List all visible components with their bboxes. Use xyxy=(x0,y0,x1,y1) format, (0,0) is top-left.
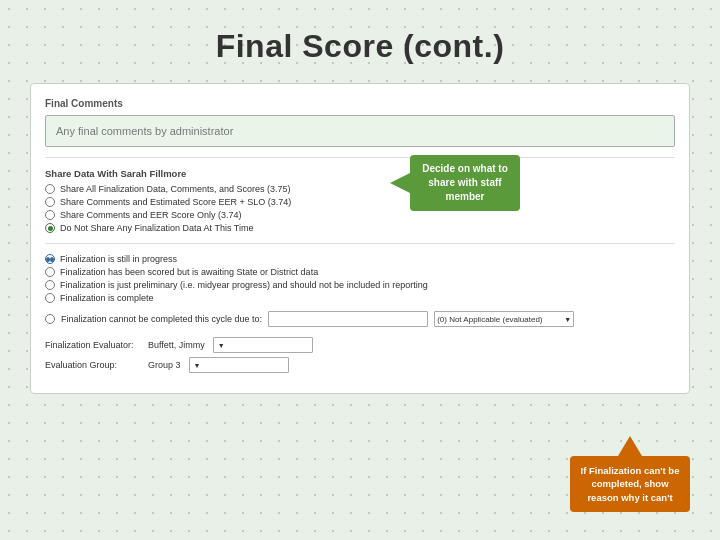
cannot-complete-label: Finalization cannot be completed this cy… xyxy=(61,314,262,324)
evaluator-label: Finalization Evaluator: xyxy=(45,340,140,350)
finalization-callout-text: If Finalization can't be completed, show… xyxy=(581,465,680,503)
share-callout: Decide on what to share with staff membe… xyxy=(410,155,520,211)
fin-option-0-label: Finalization is still in progress xyxy=(60,254,177,264)
fin-option-0[interactable]: Finalization is still in progress xyxy=(45,254,675,264)
share-option-3[interactable]: Do Not Share Any Finalization Data At Th… xyxy=(45,223,675,233)
fin-option-1-label: Finalization has been scored but is awai… xyxy=(60,267,318,277)
group-dropdown-arrow: ▼ xyxy=(194,362,201,369)
radio-1[interactable] xyxy=(45,197,55,207)
share-option-2-label: Share Comments and EER Score Only (3.74) xyxy=(60,210,242,220)
radio-3[interactable] xyxy=(45,223,55,233)
callout-share-arrow xyxy=(390,173,410,193)
dropdown-value: (0) Not Applicable (evaluated) xyxy=(437,315,542,324)
share-section-label: Share Data With Sarah Fillmore xyxy=(45,168,675,179)
radio-2[interactable] xyxy=(45,210,55,220)
share-option-0[interactable]: Share All Finalization Data, Comments, a… xyxy=(45,184,675,194)
radio-0[interactable] xyxy=(45,184,55,194)
cannot-complete-input[interactable] xyxy=(268,311,428,327)
main-card: Final Comments Any final comments by adm… xyxy=(30,83,690,394)
divider-1 xyxy=(45,157,675,158)
evaluator-value: Buffett, Jimmy xyxy=(148,340,205,350)
page-title: Final Score (cont.) xyxy=(0,0,720,83)
callout-finalization-arrow xyxy=(618,436,642,456)
evaluator-dropdown-arrow: ▼ xyxy=(218,342,225,349)
group-row: Evaluation Group: Group 3 ▼ xyxy=(45,357,675,373)
divider-2 xyxy=(45,243,675,244)
fin-option-2[interactable]: Finalization is just preliminary (i.e. m… xyxy=(45,280,675,290)
finalization-callout: If Finalization can't be completed, show… xyxy=(570,456,690,512)
share-callout-text: Decide on what to share with staff membe… xyxy=(422,163,508,202)
evaluator-row: Finalization Evaluator: Buffett, Jimmy ▼ xyxy=(45,337,675,353)
fin-option-3[interactable]: Finalization is complete xyxy=(45,293,675,303)
cannot-complete-row: Finalization cannot be completed this cy… xyxy=(45,311,675,327)
fin-option-3-label: Finalization is complete xyxy=(60,293,154,303)
finalization-section: Finalization is still in progress Finali… xyxy=(45,254,675,327)
share-radio-group: Share All Finalization Data, Comments, a… xyxy=(45,184,675,233)
fin-option-1[interactable]: Finalization has been scored but is awai… xyxy=(45,267,675,277)
share-option-1-label: Share Comments and Estimated Score EER +… xyxy=(60,197,291,207)
group-label: Evaluation Group: xyxy=(45,360,140,370)
fin-radio-1[interactable] xyxy=(45,267,55,277)
dropdown-arrow-icon: ▼ xyxy=(564,316,571,323)
page-background: Final Score (cont.) Final Comments Any f… xyxy=(0,0,720,394)
fin-radio-0[interactable] xyxy=(45,254,55,264)
share-option-0-label: Share All Finalization Data, Comments, a… xyxy=(60,184,291,194)
comments-box[interactable]: Any final comments by administrator xyxy=(45,115,675,147)
cannot-complete-radio[interactable] xyxy=(45,314,55,324)
group-dropdown[interactable]: ▼ xyxy=(189,357,289,373)
cannot-complete-dropdown[interactable]: (0) Not Applicable (evaluated) ▼ xyxy=(434,311,574,327)
share-option-1[interactable]: Share Comments and Estimated Score EER +… xyxy=(45,197,675,207)
share-option-3-label: Do Not Share Any Finalization Data At Th… xyxy=(60,223,253,233)
fin-radio-3[interactable] xyxy=(45,293,55,303)
group-value: Group 3 xyxy=(148,360,181,370)
fin-option-2-label: Finalization is just preliminary (i.e. m… xyxy=(60,280,428,290)
evaluator-dropdown[interactable]: ▼ xyxy=(213,337,313,353)
share-option-2[interactable]: Share Comments and EER Score Only (3.74) xyxy=(45,210,675,220)
finalization-radio-group: Finalization is still in progress Finali… xyxy=(45,254,675,303)
final-comments-label: Final Comments xyxy=(45,98,675,109)
comments-placeholder: Any final comments by administrator xyxy=(56,125,233,137)
fin-radio-2[interactable] xyxy=(45,280,55,290)
